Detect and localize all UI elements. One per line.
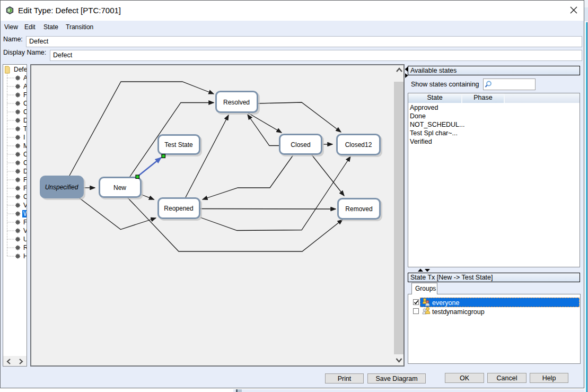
svg-text:A: A xyxy=(23,74,27,82)
svg-text:T: T xyxy=(23,125,27,133)
svg-text:A: A xyxy=(23,83,27,90)
svg-text:F: F xyxy=(23,219,27,226)
svg-text:D: D xyxy=(23,117,27,124)
svg-text:New: New xyxy=(113,184,126,191)
svg-text:V: V xyxy=(23,227,27,234)
svg-text:C: C xyxy=(23,159,27,167)
svg-text:D: D xyxy=(23,168,27,175)
svg-text:F: F xyxy=(23,185,27,192)
svg-text:Test State: Test State xyxy=(164,141,193,149)
svg-text:H: H xyxy=(23,252,27,260)
svg-text:R: R xyxy=(23,244,27,251)
svg-text:Defec: Defec xyxy=(14,66,27,73)
svg-text:C: C xyxy=(23,193,27,201)
svg-text:Unspecified: Unspecified xyxy=(45,184,78,191)
svg-text:Closed: Closed xyxy=(291,141,310,149)
svg-text:Closed12: Closed12 xyxy=(345,141,372,149)
svg-text:I: I xyxy=(23,134,25,141)
svg-text:Removed: Removed xyxy=(345,205,372,213)
svg-text:F: F xyxy=(23,176,27,184)
svg-text:V: V xyxy=(23,202,27,209)
svg-text:U: U xyxy=(23,236,27,243)
svg-text:M: M xyxy=(23,142,27,150)
svg-text:C: C xyxy=(23,151,27,158)
svg-text:C: C xyxy=(23,100,27,107)
svg-text:F: F xyxy=(23,91,27,99)
svg-text:Reopened: Reopened xyxy=(164,205,193,212)
svg-text:C: C xyxy=(23,108,27,116)
svg-text:Resolved: Resolved xyxy=(223,99,250,106)
svg-text:W: W xyxy=(23,210,27,217)
